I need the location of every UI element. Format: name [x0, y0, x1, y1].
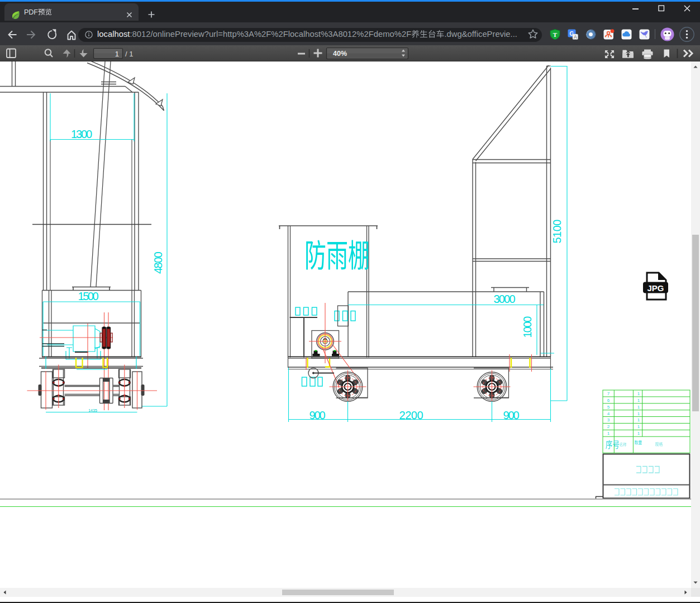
svg-text:1500: 1500	[78, 290, 99, 302]
svg-text:T: T	[553, 31, 558, 38]
svg-text:3000: 3000	[494, 293, 516, 305]
svg-text:JPG: JPG	[647, 283, 664, 293]
svg-text:1: 1	[637, 411, 640, 416]
svg-text:1: 1	[637, 391, 640, 396]
svg-text:40%: 40%	[333, 50, 347, 58]
svg-text:900: 900	[309, 409, 326, 421]
svg-text:1000: 1000	[521, 316, 534, 338]
svg-text:4800: 4800	[152, 251, 164, 274]
svg-text:7: 7	[607, 391, 610, 396]
svg-text:6: 6	[607, 398, 610, 403]
svg-text:1435: 1435	[88, 409, 97, 412]
svg-text:3: 3	[607, 417, 610, 422]
svg-text:2: 2	[607, 424, 610, 429]
svg-text::8012/onlinePreview?url=http%3: :8012/onlinePreview?url=http%3A%2F%2Floc…	[130, 30, 411, 39]
svg-text:1300: 1300	[71, 128, 92, 140]
svg-text:1: 1	[637, 398, 640, 403]
svg-text:2200: 2200	[399, 409, 423, 421]
svg-text:1: 1	[637, 431, 640, 436]
svg-text:900: 900	[503, 409, 520, 421]
svg-text:1: 1	[637, 405, 640, 410]
svg-text:5: 5	[607, 405, 610, 410]
svg-text:A: A	[574, 34, 577, 40]
svg-text:5100: 5100	[551, 220, 563, 244]
svg-text:4: 4	[607, 411, 610, 416]
svg-text:1: 1	[637, 424, 640, 429]
svg-text:PDF: PDF	[24, 8, 38, 16]
svg-text:1: 1	[115, 50, 119, 58]
svg-text:1: 1	[607, 431, 610, 436]
svg-text:1: 1	[637, 417, 640, 422]
svg-text:localhost: localhost	[97, 30, 130, 39]
svg-text:.dwg&officePrevie...: .dwg&officePrevie...	[444, 30, 517, 39]
svg-text:/ 1: / 1	[125, 50, 133, 58]
